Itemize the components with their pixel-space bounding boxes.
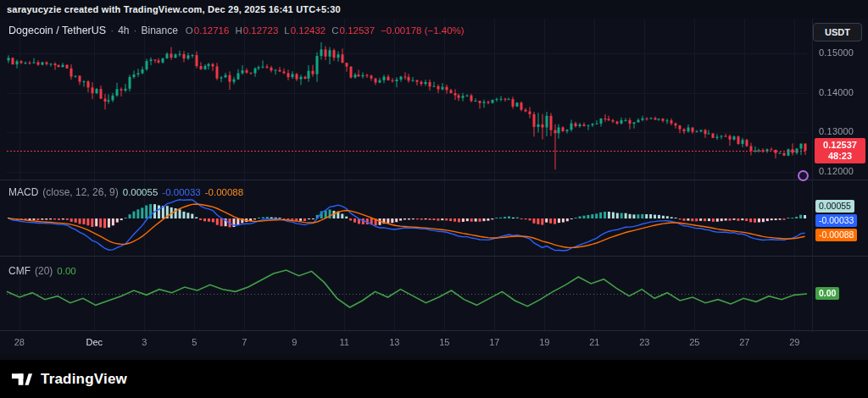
price-axis-label: 0.15000 xyxy=(819,47,854,58)
time-axis-label: Dec xyxy=(86,337,103,347)
ohlc-values: O0.12716 H0.12723 L0.12432 C0.12537 −0.0… xyxy=(186,25,465,36)
cmf-value-badge: 0.00 xyxy=(815,287,839,300)
price-axis-label: 0.13000 xyxy=(819,126,854,136)
footer: TradingView xyxy=(0,360,868,398)
macd-line-badge: -0.00033 xyxy=(815,214,857,227)
time-axis-label: 21 xyxy=(589,337,599,347)
time-axis[interactable]: 28Dec357911131517192123252729 xyxy=(0,332,812,354)
chart-widget: Dogecoin / TetherUS · 4h · Binance O0.12… xyxy=(0,19,868,354)
cmf-value: 0.00 xyxy=(57,266,75,276)
time-axis-label: 3 xyxy=(142,337,147,347)
time-axis-label: 28 xyxy=(14,337,25,347)
separator-dot: · xyxy=(110,25,114,36)
time-axis-label: 15 xyxy=(439,337,449,347)
symbol-legend: Dogecoin / TetherUS · 4h · Binance O0.12… xyxy=(8,25,465,36)
time-axis-label: 17 xyxy=(489,337,499,347)
tradingview-logo-icon[interactable] xyxy=(11,368,33,390)
price-axis-label: 0.12000 xyxy=(819,166,854,176)
close-value: C0.12537 xyxy=(331,25,375,36)
last-price: 0.12537 xyxy=(815,140,865,151)
minds-bubble-icon[interactable] xyxy=(798,170,809,181)
macd-params: (close, 12, 26, 9) xyxy=(42,186,118,198)
low-value: L0.12432 xyxy=(284,25,326,36)
macd-hist-value: 0.00055 xyxy=(123,187,159,197)
macd-line-value: -0.00033 xyxy=(162,187,200,197)
tradingview-wordmark[interactable]: TradingView xyxy=(41,371,127,388)
macd-title[interactable]: MACD xyxy=(8,186,38,198)
interval-label[interactable]: 4h xyxy=(118,25,129,36)
time-axis-label: 9 xyxy=(292,337,297,347)
price-axis[interactable]: 0.12537 48:23 0.00055 -0.00033 -0.00088 … xyxy=(812,19,868,332)
cmf-legend: CMF (20) 0.00 xyxy=(8,265,76,277)
time-axis-label: 23 xyxy=(639,337,649,347)
macd-signal-badge: -0.00088 xyxy=(815,229,857,241)
time-axis-label: 29 xyxy=(789,337,799,347)
change-value: −0.00178 (−1.40%) xyxy=(381,25,464,36)
time-axis-label: 27 xyxy=(739,337,749,347)
time-axis-label: 25 xyxy=(689,337,699,347)
cmf-title[interactable]: CMF xyxy=(8,265,31,277)
bar-countdown: 48:23 xyxy=(815,151,865,162)
symbol-name[interactable]: Dogecoin / TetherUS xyxy=(8,25,106,36)
high-value: H0.12723 xyxy=(235,25,278,36)
macd-legend: MACD (close, 12, 26, 9) 0.00055 -0.00033… xyxy=(8,186,243,198)
time-axis-label: 13 xyxy=(389,337,399,347)
attribution-text: sarayucyzie created with TradingView.com… xyxy=(7,4,341,14)
cmf-params: (20) xyxy=(35,265,53,277)
usdt-button[interactable]: USDT xyxy=(813,23,862,41)
time-axis-label: 7 xyxy=(242,337,247,347)
exchange-label: Binance xyxy=(141,25,177,36)
price-axis-label: 0.14000 xyxy=(819,87,854,97)
macd-signal-value: -0.00088 xyxy=(205,187,243,197)
time-axis-label: 11 xyxy=(340,337,349,347)
time-axis-label: 19 xyxy=(539,337,549,347)
attribution-bar: sarayucyzie created with TradingView.com… xyxy=(0,0,868,19)
separator-dot: · xyxy=(133,25,136,36)
open-value: O0.12716 xyxy=(186,25,230,36)
time-axis-label: 5 xyxy=(192,337,197,347)
macd-hist-badge: 0.00055 xyxy=(815,200,854,213)
last-price-badge: 0.12537 48:23 xyxy=(815,138,865,163)
